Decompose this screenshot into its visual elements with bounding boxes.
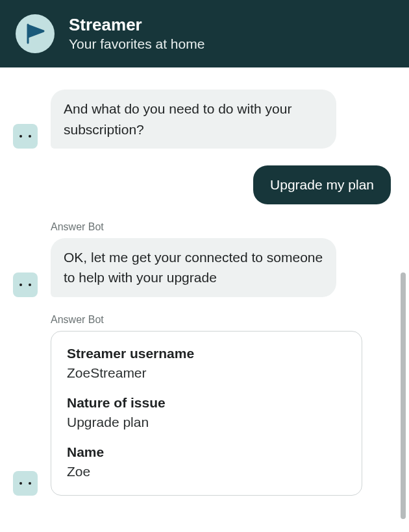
- field-value: Upgrade plan: [67, 415, 346, 430]
- sender-label: Answer Bot: [51, 221, 336, 233]
- bot-message-bubble: OK, let me get your connected to someone…: [51, 238, 336, 297]
- message-row: Answer Bot OK, let me get your connected…: [13, 221, 391, 297]
- bot-avatar: [13, 124, 38, 149]
- message-row: Upgrade my plan: [13, 165, 391, 204]
- chat-scroll-area[interactable]: And what do you need to do with your sub…: [0, 83, 409, 532]
- chat-widget: Streamer Your favorites at home And what…: [0, 0, 409, 532]
- summary-card: Streamer username ZoeStreamer Nature of …: [51, 331, 362, 496]
- summary-field: Name Zoe: [67, 444, 346, 479]
- summary-field: Streamer username ZoeStreamer: [67, 346, 346, 381]
- chat-header: Streamer Your favorites at home: [0, 0, 409, 67]
- field-value: ZoeStreamer: [67, 365, 346, 381]
- message-col: Answer Bot OK, let me get your connected…: [51, 221, 336, 297]
- field-label: Nature of issue: [67, 395, 346, 411]
- field-label: Name: [67, 444, 346, 460]
- bot-message-bubble: And what do you need to do with your sub…: [51, 90, 336, 149]
- field-label: Streamer username: [67, 346, 346, 361]
- message-col: Answer Bot Streamer username ZoeStreamer…: [51, 314, 362, 496]
- user-message-bubble: Upgrade my plan: [253, 165, 391, 204]
- message-row: Answer Bot Streamer username ZoeStreamer…: [13, 314, 391, 496]
- message-col: And what do you need to do with your sub…: [51, 90, 336, 149]
- app-title: Streamer: [69, 16, 204, 34]
- app-subtitle: Your favorites at home: [69, 36, 204, 52]
- bot-avatar: [13, 272, 38, 297]
- app-logo: [16, 14, 55, 53]
- scrollbar-thumb[interactable]: [401, 272, 406, 519]
- flag-icon: [24, 23, 46, 45]
- summary-field: Nature of issue Upgrade plan: [67, 395, 346, 430]
- scrollbar[interactable]: [401, 272, 406, 519]
- bot-avatar: [13, 471, 38, 496]
- message-row: And what do you need to do with your sub…: [13, 90, 391, 149]
- header-text: Streamer Your favorites at home: [69, 16, 204, 53]
- field-value: Zoe: [67, 464, 346, 479]
- sender-label: Answer Bot: [51, 314, 362, 326]
